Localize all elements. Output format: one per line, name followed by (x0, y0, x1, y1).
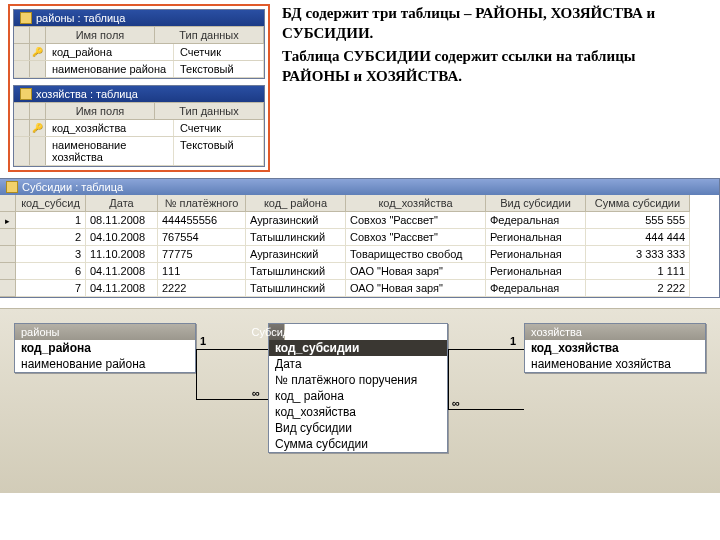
rel-box-title[interactable]: районы (15, 324, 195, 340)
field-type-cell[interactable]: Текстовый (174, 137, 264, 165)
col-header[interactable]: № платёжного (158, 195, 246, 212)
field-name-cell[interactable]: наименование района (46, 61, 174, 77)
rel-field[interactable]: № платёжного поручения (269, 372, 447, 388)
row-selector[interactable] (0, 212, 16, 229)
field-row[interactable]: наименование хозяйства Текстовый (14, 137, 264, 166)
cell-sum[interactable]: 3 333 333 (586, 246, 690, 263)
current-row-icon (5, 214, 10, 226)
rel-field[interactable]: код_субсидии (269, 340, 447, 356)
cell-rayon[interactable]: Аургазинский (246, 246, 346, 263)
field-type-cell[interactable]: Счетчик (174, 44, 264, 60)
field-name-cell[interactable]: наименование хозяйства (46, 137, 174, 165)
cell-vid[interactable]: Федеральная (486, 280, 586, 297)
cell-rayon[interactable]: Татышлинский (246, 263, 346, 280)
cell-rayon[interactable]: Аургазинский (246, 212, 346, 229)
rel-field[interactable]: код_хозяйства (269, 404, 447, 420)
col-header[interactable]: код_хозяйства (346, 195, 486, 212)
cell-hoz[interactable]: ОАО "Новая заря" (346, 263, 486, 280)
rel-line (448, 349, 449, 409)
rel-line (196, 399, 268, 400)
field-type-cell[interactable]: Текстовый (174, 61, 264, 77)
field-name-cell[interactable]: код_хозяйства (46, 120, 174, 136)
cell-sum[interactable]: 444 444 (586, 229, 690, 246)
cell-id[interactable]: 7 (16, 280, 86, 297)
col-header-name[interactable]: Имя поля (46, 27, 155, 43)
row-selector[interactable] (14, 137, 30, 165)
datasheet-win-subsidii: Субсидии : таблица код_субсидДата№ платё… (0, 178, 720, 298)
window-title: Субсидии : таблица (22, 181, 123, 193)
col-header[interactable]: Дата (86, 195, 158, 212)
cell-date[interactable]: 08.11.2008 (86, 212, 158, 229)
cell-hoz[interactable]: Товарищество свобод (346, 246, 486, 263)
cell-num[interactable]: 444455556 (158, 212, 246, 229)
rel-field[interactable]: код_ района (269, 388, 447, 404)
primary-key-icon (30, 120, 46, 136)
table-icon (20, 12, 32, 24)
titlebar[interactable]: районы : таблица (14, 10, 264, 26)
row-selector[interactable] (14, 44, 30, 60)
cell-rayon[interactable]: Татышлинский (246, 280, 346, 297)
cell-num[interactable]: 77775 (158, 246, 246, 263)
col-header-type[interactable]: Тип данных (155, 103, 264, 119)
rel-field[interactable]: наименование хозяйства (525, 356, 705, 372)
rel-field[interactable]: Вид субсидии (269, 420, 447, 436)
rel-box-hoz[interactable]: хозяйства код_хозяйства наименование хоз… (524, 323, 706, 373)
rel-box-rayony[interactable]: районы код_района наименование района (14, 323, 196, 373)
rel-line (196, 349, 197, 399)
cell-date[interactable]: 11.10.2008 (86, 246, 158, 263)
col-header[interactable]: код_ района (246, 195, 346, 212)
cell-id[interactable]: 6 (16, 263, 86, 280)
table-icon (6, 181, 18, 193)
rel-field[interactable]: Дата (269, 356, 447, 372)
cell-date[interactable]: 04.11.2008 (86, 280, 158, 297)
rel-field[interactable]: код_хозяйства (525, 340, 705, 356)
row-selector[interactable] (14, 61, 30, 77)
desc-p1: БД содержит три таблицы – РАЙОНЫ, ХОЗЯЙС… (282, 4, 702, 43)
cell-vid[interactable]: Региональная (486, 246, 586, 263)
cell-date[interactable]: 04.10.2008 (86, 229, 158, 246)
field-row[interactable]: наименование района Текстовый (14, 61, 264, 78)
cell-vid[interactable]: Федеральная (486, 212, 586, 229)
cell-id[interactable]: 3 (16, 246, 86, 263)
cell-sum[interactable]: 2 222 (586, 280, 690, 297)
col-header-type[interactable]: Тип данных (155, 27, 264, 43)
cell-num[interactable]: 111 (158, 263, 246, 280)
cell-date[interactable]: 04.11.2008 (86, 263, 158, 280)
row-selector[interactable] (0, 280, 16, 297)
col-header[interactable]: код_субсид (16, 195, 86, 212)
cell-hoz[interactable]: Совхоз "Рассвет" (346, 212, 486, 229)
cell-id[interactable]: 2 (16, 229, 86, 246)
cell-sum[interactable]: 1 111 (586, 263, 690, 280)
rel-line (448, 349, 524, 350)
cell-num[interactable]: 767554 (158, 229, 246, 246)
rel-box-title[interactable]: хозяйства (525, 324, 705, 340)
field-row[interactable]: код_хозяйства Счетчик (14, 120, 264, 137)
rel-field[interactable]: код_района (15, 340, 195, 356)
cell-num[interactable]: 2222 (158, 280, 246, 297)
rel-box-subsidii[interactable]: Субсидии код_субсидии Дата № платёжного … (268, 323, 448, 453)
cell-id[interactable]: 1 (16, 212, 86, 229)
rel-field[interactable]: Сумма субсидии (269, 436, 447, 452)
field-type-cell[interactable]: Счетчик (174, 120, 264, 136)
cell-vid[interactable]: Региональная (486, 229, 586, 246)
cell-hoz[interactable]: Совхоз "Рассвет" (346, 229, 486, 246)
field-name-cell[interactable]: код_района (46, 44, 174, 60)
cell-hoz[interactable]: ОАО "Новая заря" (346, 280, 486, 297)
col-header[interactable]: Сумма субсидии (586, 195, 690, 212)
field-row[interactable]: код_района Счетчик (14, 44, 264, 61)
titlebar[interactable]: хозяйства : таблица (14, 86, 264, 102)
col-header-name[interactable]: Имя поля (46, 103, 155, 119)
relationships-pane[interactable]: районы код_района наименование района Су… (0, 308, 720, 493)
rel-field[interactable]: наименование района (15, 356, 195, 372)
row-selector[interactable] (0, 229, 16, 246)
col-header[interactable]: Вид субсидии (486, 195, 586, 212)
row-selector[interactable] (0, 246, 16, 263)
row-selector[interactable] (14, 120, 30, 136)
cell-rayon[interactable]: Татышлинский (246, 229, 346, 246)
titlebar[interactable]: Субсидии : таблица (0, 179, 719, 195)
cell-sum[interactable]: 555 555 (586, 212, 690, 229)
cell-vid[interactable]: Региональная (486, 263, 586, 280)
row-selector[interactable] (0, 263, 16, 280)
key-cell (30, 61, 46, 77)
rel-box-title[interactable]: Субсидии (269, 324, 285, 340)
